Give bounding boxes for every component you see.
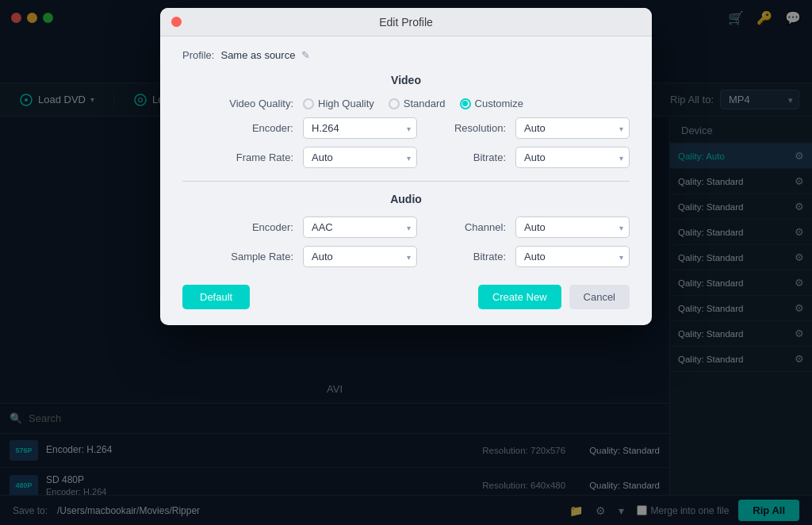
sample-rate-select-wrapper: Auto 44100 Hz 48000 Hz (303, 246, 417, 267)
modal-title: Edit Profile (379, 16, 433, 29)
modal-titlebar: Edit Profile (160, 8, 652, 36)
audio-bitrate-label: Bitrate: (427, 251, 506, 262)
action-right-buttons: Create New Cancel (478, 285, 630, 309)
channel-label: Channel: (427, 221, 506, 233)
create-new-button[interactable]: Create New (478, 285, 561, 309)
sample-rate-select[interactable]: Auto 44100 Hz 48000 Hz (303, 246, 417, 267)
resolution-select[interactable]: Auto 1920x1080 1280x720 (515, 117, 630, 139)
modal-close-button[interactable] (171, 17, 182, 27)
channel-select-wrapper: Auto Stereo Mono (515, 217, 630, 238)
video-bitrate-select[interactable]: Auto 1000 kbps 2000 kbps (515, 147, 630, 168)
frame-rate-select[interactable]: Auto 24 30 60 (303, 147, 417, 168)
section-divider (182, 181, 630, 182)
video-form-grid: Video Quality: High Quality Standard Cus… (182, 98, 630, 168)
modal-actions: Default Create New Cancel (182, 280, 630, 309)
audio-bitrate-select-wrapper: Auto 128 kbps 256 kbps (515, 246, 630, 267)
audio-encoder-label: Encoder: (182, 221, 293, 233)
default-button[interactable]: Default (182, 285, 250, 309)
modal-body: Profile: Same as source ✎ Video Video Qu… (160, 36, 652, 325)
frame-rate-select-wrapper: Auto 24 30 60 (303, 147, 417, 168)
frame-rate-label: Frame Rate: (182, 151, 293, 163)
cancel-button[interactable]: Cancel (569, 285, 630, 309)
edit-profile-modal: Edit Profile Profile: Same as source ✎ V… (160, 8, 652, 325)
modal-overlay: Edit Profile Profile: Same as source ✎ V… (0, 0, 812, 525)
audio-encoder-select-wrapper: AAC MP3 AC3 (303, 217, 417, 238)
edit-profile-icon[interactable]: ✎ (301, 49, 310, 61)
radio-circle-customize (460, 98, 471, 109)
video-bitrate-select-wrapper: Auto 1000 kbps 2000 kbps (515, 147, 630, 168)
encoder-label: Encoder: (182, 122, 293, 134)
channel-select[interactable]: Auto Stereo Mono (515, 217, 630, 238)
audio-form-grid: Encoder: AAC MP3 AC3 Channel: Auto Stere… (182, 217, 630, 267)
encoder-select-wrapper: H.264 H.265 MPEG-4 (303, 117, 417, 139)
profile-row: Profile: Same as source ✎ (182, 49, 630, 61)
radio-high-quality[interactable]: High Quality (303, 98, 374, 109)
encoder-select[interactable]: H.264 H.265 MPEG-4 (303, 117, 417, 139)
radio-group: High Quality Standard Customize (303, 98, 630, 109)
sample-rate-label: Sample Rate: (182, 251, 293, 262)
radio-standard[interactable]: Standard (389, 98, 446, 109)
radio-circle-standard (389, 98, 400, 109)
audio-bitrate-select[interactable]: Auto 128 kbps 256 kbps (515, 246, 630, 267)
video-quality-label: Video Quality: (182, 98, 293, 109)
radio-customize[interactable]: Customize (460, 98, 523, 109)
resolution-select-wrapper: Auto 1920x1080 1280x720 (515, 117, 630, 139)
radio-circle-high (303, 98, 314, 109)
video-bitrate-label: Bitrate: (427, 151, 506, 163)
video-section-title: Video (182, 74, 630, 86)
audio-encoder-select[interactable]: AAC MP3 AC3 (303, 217, 417, 238)
audio-section-title: Audio (182, 193, 630, 205)
resolution-label: Resolution: (427, 122, 506, 134)
